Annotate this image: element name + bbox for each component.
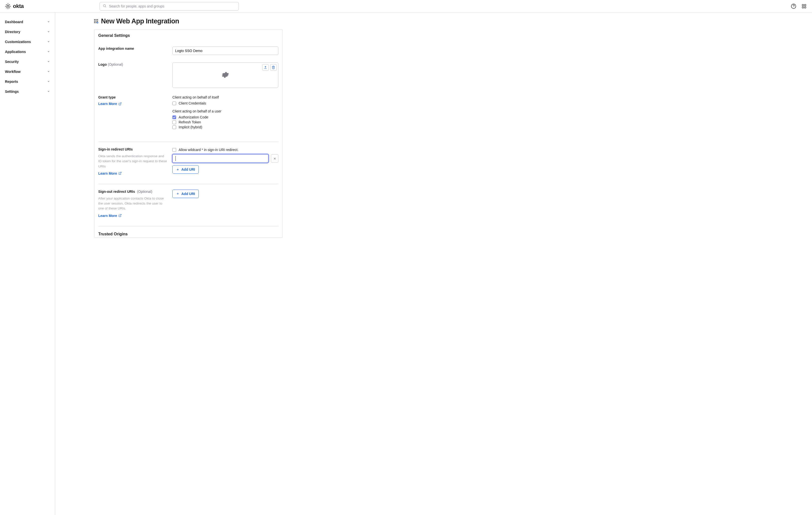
logo[interactable]: okta [5, 3, 55, 9]
sidebar-item-label: Security [5, 60, 19, 64]
search-box[interactable] [99, 2, 239, 10]
sidebar-item-security[interactable]: Security [0, 57, 55, 67]
page: Dashboard Directory Customizations Appli… [0, 12, 812, 515]
grant-group2-title: Client acting on behalf of a user [172, 109, 279, 113]
add-signout-uri-button[interactable]: Add URI [172, 190, 199, 198]
topbar-actions [791, 3, 807, 9]
signout-redirect-help: After your application contacts Okta to … [98, 196, 168, 211]
svg-rect-22 [97, 21, 98, 22]
general-settings-card: General Settings App integration name [94, 30, 283, 237]
sidebar-item-reports[interactable]: Reports [0, 77, 55, 87]
sidebar-item-dashboard[interactable]: Dashboard [0, 17, 55, 27]
help-icon[interactable] [791, 3, 796, 9]
app-integration-icon [94, 19, 98, 24]
app-name-input[interactable] [172, 47, 279, 55]
text-cursor [175, 156, 176, 161]
checkbox-icon [172, 115, 176, 119]
field-app-name: App integration name [98, 44, 279, 59]
external-link-icon [118, 172, 122, 175]
add-uri-label: Add URI [181, 192, 195, 196]
signout-learn-more-link[interactable]: Learn More [98, 214, 122, 218]
sidebar-item-label: Settings [5, 90, 19, 93]
signin-learn-more-link[interactable]: Learn More [98, 171, 122, 175]
learn-more-text: Learn More [98, 102, 117, 106]
sidebar-item-workflow[interactable]: Workflow [0, 67, 55, 77]
grant-group1-title: Client acting on behalf of itself [172, 95, 279, 99]
okta-logo-icon [5, 3, 11, 9]
checkbox-label: Implicit (hybrid) [179, 125, 202, 129]
search-wrap [99, 2, 239, 10]
chevron-down-icon [47, 60, 50, 64]
search-input[interactable] [109, 4, 236, 8]
field-grant-type: Grant type Learn More [98, 92, 279, 138]
svg-rect-24 [95, 22, 96, 23]
upload-logo-button[interactable] [262, 64, 269, 71]
svg-line-5 [6, 4, 7, 5]
checkbox-icon [172, 120, 176, 124]
trusted-origins-label: Trusted Origins [98, 232, 127, 236]
svg-rect-17 [94, 19, 95, 20]
field-trusted-origins: Trusted Origins [98, 226, 279, 237]
checkbox-icon [172, 125, 176, 129]
sidebar-item-label: Dashboard [5, 20, 23, 24]
sidebar-item-label: Workflow [5, 70, 21, 74]
card-header: General Settings [94, 30, 282, 41]
gear-icon [221, 71, 230, 80]
sidebar-item-applications[interactable]: Applications [0, 47, 55, 57]
signout-redirect-label: Sign-out redirect URIs [98, 190, 135, 194]
checkbox-implicit-hybrid[interactable]: Implicit (hybrid) [172, 125, 279, 130]
svg-rect-14 [805, 4, 806, 6]
checkbox-refresh-token[interactable]: Refresh Token [172, 120, 279, 125]
svg-rect-21 [95, 21, 96, 22]
svg-line-10 [105, 6, 106, 7]
add-signin-uri-button[interactable]: Add URI [172, 165, 199, 174]
close-icon [273, 157, 277, 160]
app-name-label: App integration name [98, 47, 134, 51]
field-signout-redirect: Sign-out redirect URIs (Optional) After … [98, 184, 279, 222]
logo-upload-box[interactable] [172, 62, 279, 88]
checkbox-client-credentials[interactable]: Client Credentials [172, 101, 279, 106]
signin-redirect-label: Sign-in redirect URIs [98, 147, 133, 151]
svg-rect-23 [94, 22, 95, 23]
svg-line-6 [9, 7, 10, 8]
logo-label: Logo [98, 62, 107, 66]
plus-icon [176, 168, 179, 171]
page-title-row: New Web App Integration [94, 18, 283, 25]
svg-line-33 [120, 214, 121, 216]
learn-more-text: Learn More [98, 214, 117, 218]
logo-optional: (Optional) [108, 62, 123, 66]
sidebar-item-label: Reports [5, 80, 18, 84]
svg-rect-20 [94, 21, 95, 22]
chevron-down-icon [47, 80, 50, 84]
chevron-down-icon [47, 40, 50, 44]
learn-more-text: Learn More [98, 171, 117, 175]
checkbox-icon [172, 148, 176, 152]
topbar: okta [0, 0, 812, 12]
grant-type-learn-more-link[interactable]: Learn More [98, 102, 122, 106]
delete-logo-button[interactable] [270, 64, 277, 71]
signin-redirect-help: Okta sends the authentication response a… [98, 154, 168, 169]
svg-line-7 [9, 4, 10, 5]
checkbox-allow-wildcard[interactable]: Allow wildcard * in sign-in URI redirect… [172, 147, 279, 152]
field-signin-redirect: Sign-in redirect URIs Okta sends the aut… [98, 142, 279, 180]
chevron-down-icon [47, 20, 50, 24]
svg-rect-13 [802, 4, 804, 6]
sidebar-item-settings[interactable]: Settings [0, 87, 55, 96]
svg-line-28 [120, 172, 121, 174]
remove-uri-button[interactable] [271, 154, 279, 163]
checkbox-authorization-code[interactable]: Authorization Code [172, 115, 279, 120]
external-link-icon [118, 102, 122, 106]
svg-rect-16 [805, 6, 806, 8]
signin-uri-input[interactable] [172, 154, 268, 163]
apps-grid-icon[interactable] [801, 3, 807, 9]
sidebar-item-label: Applications [5, 50, 26, 54]
add-uri-label: Add URI [181, 167, 195, 171]
sidebar-item-directory[interactable]: Directory [0, 27, 55, 37]
checkbox-label: Client Credentials [179, 101, 206, 105]
sidebar-item-customizations[interactable]: Customizations [0, 37, 55, 47]
svg-rect-18 [95, 19, 96, 20]
svg-line-27 [120, 103, 121, 104]
chevron-down-icon [47, 70, 50, 74]
checkbox-label: Authorization Code [179, 115, 208, 119]
grant-type-label: Grant type [98, 95, 116, 99]
